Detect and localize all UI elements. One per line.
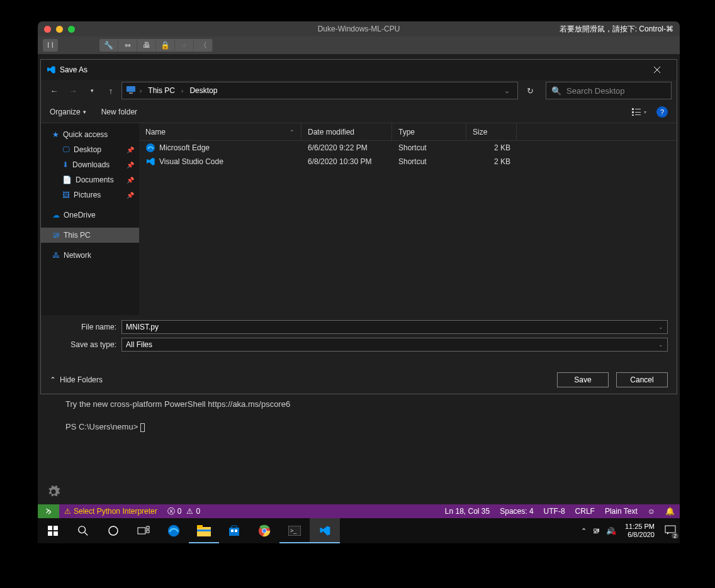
savetype-select[interactable]: All Files ⌄: [121, 338, 668, 352]
vm-pause-button[interactable]: I I: [43, 39, 58, 52]
vm-tool-config-icon[interactable]: 🔧: [99, 39, 118, 52]
svg-rect-31: [665, 526, 675, 533]
svg-rect-10: [53, 526, 58, 530]
warning-triangle-icon: ⚠: [186, 507, 193, 516]
tree-desktop[interactable]: 🖵Desktop📌: [41, 142, 139, 157]
chevron-right-icon: ›: [181, 87, 183, 94]
encoding-indicator[interactable]: UTF-8: [539, 507, 570, 516]
new-folder-button[interactable]: New folder: [101, 108, 137, 116]
svg-rect-23: [229, 528, 239, 536]
taskbar-store-icon[interactable]: [219, 518, 249, 543]
vm-tool-lock-icon[interactable]: 🔒: [156, 39, 175, 52]
vscode-icon: [46, 65, 60, 75]
col-name[interactable]: Name⌃: [139, 123, 301, 140]
nav-back-button[interactable]: ←: [46, 82, 62, 99]
save-as-dialog: Save As ← → ▾ ↑ › This PC › Desktop ⌄: [40, 59, 677, 394]
start-button[interactable]: [38, 518, 68, 543]
svg-rect-1: [129, 92, 133, 94]
address-dropdown-icon[interactable]: ⌄: [504, 87, 510, 95]
vm-tool-bluetooth-icon[interactable]: ∗: [175, 39, 194, 52]
svg-rect-24: [231, 530, 234, 532]
breadcrumb-this-pc[interactable]: This PC: [145, 85, 177, 96]
svg-rect-9: [48, 526, 52, 530]
filename-input[interactable]: ⌄: [121, 320, 668, 334]
col-type[interactable]: Type: [392, 123, 466, 140]
view-mode-button[interactable]: ▾: [630, 105, 648, 119]
problems-indicator[interactable]: ⓧ0 ⚠0: [162, 506, 205, 517]
tree-network[interactable]: 🖧Network: [41, 248, 139, 263]
tray-expand-icon[interactable]: ⌃: [581, 527, 587, 535]
indent-indicator[interactable]: Spaces: 4: [495, 507, 538, 516]
eol-indicator[interactable]: CRLF: [570, 507, 600, 516]
language-mode[interactable]: Plain Text: [600, 507, 643, 516]
feedback-icon[interactable]: ☺: [643, 507, 660, 516]
edge-shortcut-icon: [145, 143, 155, 153]
warning-icon: ⚠: [64, 507, 71, 516]
taskbar-edge-icon[interactable]: [159, 518, 189, 543]
help-button[interactable]: ?: [656, 106, 668, 118]
file-row[interactable]: Visual Studio Code 6/8/2020 10:30 PM Sho…: [139, 155, 677, 169]
cancel-button[interactable]: Cancel: [616, 372, 668, 387]
svg-point-13: [79, 526, 86, 533]
svg-rect-7: [635, 114, 641, 115]
svg-rect-0: [127, 86, 135, 92]
tree-onedrive[interactable]: ☁OneDrive: [41, 208, 139, 223]
svg-rect-5: [635, 109, 641, 109]
svg-rect-20: [197, 527, 211, 536]
tray-volume-icon[interactable]: 🔊✖: [606, 527, 615, 535]
tree-this-pc[interactable]: 🖳This PC: [41, 228, 139, 243]
vm-tool-print-icon[interactable]: 🖶: [137, 39, 156, 52]
taskbar-vscode-icon[interactable]: [310, 518, 340, 543]
tree-downloads[interactable]: ⬇Downloads📌: [41, 157, 139, 172]
svg-rect-21: [197, 525, 203, 528]
taskbar-cmd-icon[interactable]: >_: [279, 518, 310, 543]
tray-network-icon[interactable]: 🖳: [593, 527, 600, 535]
nav-recent-button[interactable]: ▾: [84, 82, 100, 99]
svg-text:>_: >_: [290, 528, 297, 534]
python-interpreter-warning[interactable]: ⚠ Select Python Interpreter: [59, 507, 162, 516]
windows-taskbar: >_ ⌃ 🖳 🔊✖ 11:25 PM 6/8/2020 2: [38, 518, 680, 543]
settings-gear-icon[interactable]: [47, 485, 60, 501]
terminal-output[interactable]: Try the new cross-platform PowerShell ht…: [65, 397, 676, 434]
cortana-icon[interactable]: [98, 518, 128, 543]
tree-quick-access[interactable]: ★Quick access: [41, 127, 139, 142]
svg-rect-18: [147, 530, 149, 533]
tree-documents[interactable]: 📄Documents📌: [41, 172, 139, 187]
pc-icon: [126, 86, 136, 96]
savetype-label: Save as type:: [50, 340, 121, 349]
save-button[interactable]: Save: [557, 372, 609, 387]
taskbar-chrome-icon[interactable]: [249, 518, 279, 543]
col-size[interactable]: Size: [466, 123, 517, 140]
svg-point-15: [109, 526, 118, 535]
vm-tool-back-icon[interactable]: 〈: [194, 39, 213, 52]
filename-label: File name:: [50, 323, 121, 331]
col-date[interactable]: Date modified: [301, 123, 392, 140]
nav-tree: ★Quick access 🖵Desktop📌 ⬇Downloads📌 📄Doc…: [41, 123, 139, 315]
nav-up-button[interactable]: ↑: [103, 82, 119, 99]
action-center-icon[interactable]: 2: [665, 525, 676, 536]
vm-release-hint: 若要放開滑鼠，請按下: Control-⌘: [560, 24, 673, 35]
svg-rect-4: [632, 114, 634, 116]
task-view-icon[interactable]: [128, 518, 159, 543]
taskbar-search-icon[interactable]: [68, 518, 98, 543]
notifications-icon[interactable]: 🔔: [660, 507, 680, 516]
file-row[interactable]: Microsoft Edge 6/6/2020 9:22 PM Shortcut…: [139, 141, 677, 155]
hide-folders-toggle[interactable]: ⌃ Hide Folders: [50, 375, 103, 384]
organize-menu[interactable]: Organize▾: [50, 108, 86, 116]
cursor-position[interactable]: Ln 18, Col 35: [440, 507, 495, 516]
chevron-right-icon: ›: [140, 87, 142, 94]
taskbar-clock[interactable]: 11:25 PM 6/8/2020: [621, 523, 658, 539]
search-box[interactable]: 🔍 Search Desktop: [546, 82, 672, 99]
remote-indicator[interactable]: [38, 504, 59, 518]
terminal-cursor: [140, 423, 145, 432]
breadcrumb-desktop[interactable]: Desktop: [187, 85, 220, 96]
nav-forward-button[interactable]: →: [65, 82, 81, 99]
tree-pictures[interactable]: 🖼Pictures📌: [41, 187, 139, 202]
chevron-up-icon: ⌃: [50, 375, 56, 384]
refresh-button[interactable]: ↻: [521, 82, 539, 99]
taskbar-explorer-icon[interactable]: [189, 518, 219, 543]
address-bar[interactable]: › This PC › Desktop ⌄: [121, 82, 518, 99]
close-dialog-button[interactable]: [646, 60, 672, 79]
vscode-status-bar: ⚠ Select Python Interpreter ⓧ0 ⚠0 Ln 18,…: [38, 504, 680, 518]
vm-tool-fullscreen-icon[interactable]: ⇔: [118, 39, 137, 52]
